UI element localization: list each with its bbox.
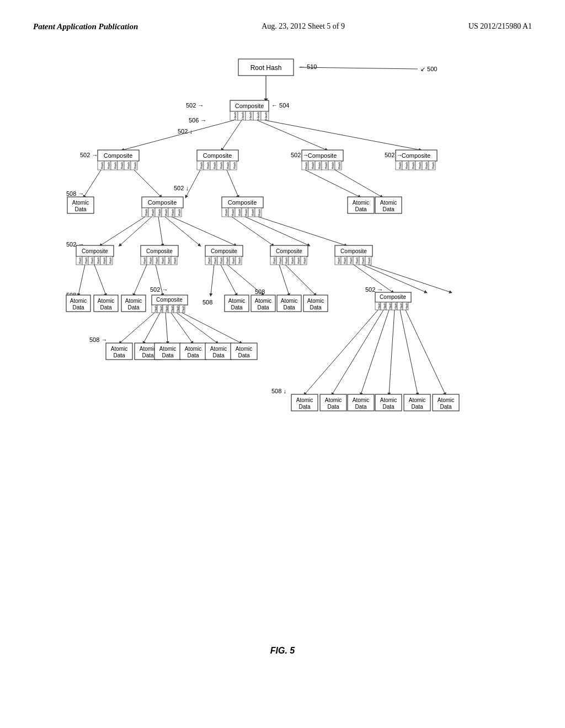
svg-text:Hash: Hash	[383, 303, 386, 309]
svg-text:Hash: Hash	[97, 257, 100, 264]
svg-text:Hash: Hash	[145, 209, 148, 216]
svg-text:Root Hash: Root Hash	[250, 64, 282, 72]
svg-line-121	[158, 217, 163, 245]
svg-text:Hash: Hash	[399, 303, 403, 309]
svg-text:Hash: Hash	[324, 162, 328, 169]
svg-text:Hash: Hash	[100, 162, 104, 169]
svg-line-81	[186, 170, 200, 197]
svg-line-197	[78, 265, 85, 295]
svg-line-115	[335, 170, 382, 197]
svg-text:Hash: Hash	[161, 257, 164, 264]
svg-text:Composite: Composite	[211, 248, 237, 254]
label-508-bottom: 508 ↓	[271, 388, 286, 394]
composite-l4-4: Composite Hash Hash Hash Hash Hash Hash	[270, 245, 308, 265]
svg-text:Atomic: Atomic	[307, 298, 324, 304]
svg-text:Data: Data	[162, 352, 174, 358]
svg-line-80	[134, 170, 161, 197]
svg-text:Hash: Hash	[311, 162, 315, 169]
svg-line-285	[389, 310, 395, 394]
svg-line-122	[165, 217, 200, 245]
svg-text:Hash: Hash	[405, 162, 408, 169]
svg-line-126	[258, 217, 346, 245]
composite-l5-4: Composite Hash Hash Hash Hash Hash Hash	[152, 295, 188, 313]
label-502-l1: 502 →	[186, 102, 204, 109]
svg-text:Hash: Hash	[264, 112, 268, 120]
label-508-l5c: 508	[255, 288, 265, 295]
svg-text:Hash: Hash	[220, 257, 223, 264]
svg-text:Composite: Composite	[235, 103, 264, 109]
diagram-svg: Root Hash ← 510 ↙ 500 Composite Hash Has…	[33, 42, 532, 638]
svg-text:Hash: Hash	[349, 257, 353, 264]
label-502-l5r: 502 →	[365, 286, 383, 293]
svg-line-259	[143, 313, 160, 343]
svg-text:Composite: Composite	[340, 248, 367, 254]
label-502-l3: 502 ↓	[174, 185, 189, 191]
svg-line-284	[361, 310, 389, 394]
svg-text:Hash: Hash	[206, 162, 210, 169]
svg-text:Data: Data	[100, 304, 112, 311]
svg-text:Data: Data	[142, 352, 154, 358]
svg-text:Hash: Hash	[425, 162, 428, 169]
svg-text:Hash: Hash	[405, 303, 408, 309]
svg-line-202	[221, 265, 237, 295]
svg-text:Data: Data	[382, 206, 395, 212]
atomic-l6-1: Atomic Data	[106, 343, 132, 360]
label-502-l2a: 502 →	[80, 152, 98, 158]
atomic-bottom-6: Atomic Data	[433, 394, 459, 411]
atomic-l5-1: Atomic Data	[66, 295, 90, 312]
svg-text:Hash: Hash	[244, 209, 248, 216]
svg-text:Hash: Hash	[173, 257, 177, 264]
svg-text:Hash: Hash	[238, 257, 241, 264]
svg-line-261	[171, 313, 193, 343]
svg-text:Hash: Hash	[164, 209, 168, 216]
svg-text:Atomic: Atomic	[185, 346, 202, 352]
svg-text:Hash: Hash	[114, 162, 117, 169]
svg-line-282	[305, 310, 378, 394]
svg-text:Data: Data	[127, 304, 140, 311]
svg-text:Hash: Hash	[337, 257, 340, 264]
svg-text:Atomic: Atomic	[140, 346, 157, 352]
atomic-l3-3: Atomic Data	[375, 197, 402, 213]
svg-line-119	[100, 217, 145, 245]
svg-line-260	[166, 313, 168, 343]
svg-text:Hash: Hash	[90, 257, 94, 264]
svg-line-19	[265, 120, 420, 150]
svg-text:Atomic: Atomic	[236, 346, 253, 352]
svg-line-124	[232, 217, 273, 245]
composite-l4-2: Composite Hash Hash Hash Hash Hash Hash	[141, 245, 178, 265]
svg-text:Hash: Hash	[343, 257, 347, 264]
root-hash-node: Root Hash	[238, 59, 294, 76]
svg-line-204	[279, 265, 289, 295]
svg-text:Hash: Hash	[155, 257, 158, 264]
svg-text:Data: Data	[187, 352, 199, 358]
svg-text:Composite: Composite	[276, 248, 302, 254]
composite-l2-1: Composite Hash Hash Hash Hash Hash Hash	[98, 150, 139, 170]
hash-row-l1: Hash Hash Hash Hash Hash	[230, 111, 269, 120]
svg-text:Atomic: Atomic	[380, 200, 397, 206]
atomic-l5-2: Atomic Data	[94, 295, 118, 312]
atomic-bottom-5: Atomic Data	[404, 394, 430, 411]
composite-l4-3: Composite Hash Hash Hash Hash Hash Hash	[205, 245, 243, 265]
svg-text:Atomic: Atomic	[353, 200, 370, 206]
label-502-l2c: 502 →	[291, 152, 308, 158]
svg-text:Hash: Hash	[226, 257, 229, 264]
svg-text:Data: Data	[355, 404, 367, 410]
atomic-l3-2: Atomic Data	[348, 197, 374, 213]
svg-text:Hash: Hash	[233, 112, 237, 120]
svg-text:Hash: Hash	[213, 162, 216, 169]
svg-text:Hash: Hash	[238, 209, 241, 216]
svg-text:Hash: Hash	[355, 257, 359, 264]
svg-text:Composite: Composite	[203, 152, 232, 159]
svg-text:Data: Data	[257, 304, 269, 311]
svg-text:Atomic: Atomic	[281, 298, 298, 304]
svg-text:Hash: Hash	[158, 209, 161, 216]
svg-text:Hash: Hash	[257, 112, 260, 120]
atomic-l5-8: Atomic Data	[303, 295, 328, 312]
svg-text:Hash: Hash	[418, 162, 422, 169]
diagram-area: Root Hash ← 510 ↙ 500 Composite Hash Has…	[33, 42, 532, 640]
figure-caption: FIG. 5	[33, 646, 532, 656]
svg-text:Atomic: Atomic	[255, 298, 272, 304]
svg-text:Atomic: Atomic	[72, 200, 89, 206]
svg-line-123	[172, 217, 236, 245]
atomic-bottom-4: Atomic Data	[375, 394, 402, 411]
